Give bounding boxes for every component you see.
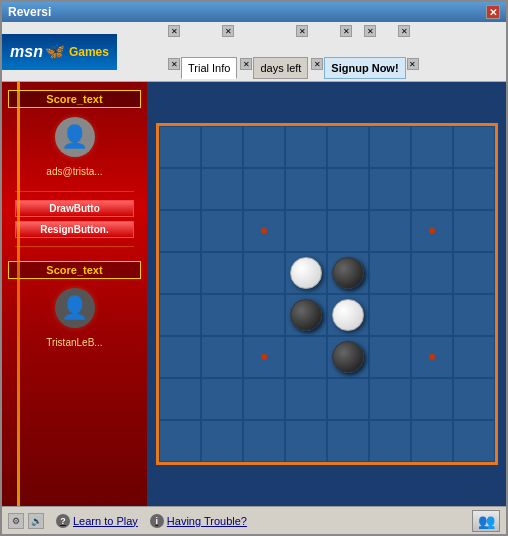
board-cell[interactable] xyxy=(327,210,369,252)
board-cell[interactable] xyxy=(243,210,285,252)
board-cell[interactable] xyxy=(159,378,201,420)
board-cell[interactable] xyxy=(369,126,411,168)
tab-close-b3[interactable]: ✕ xyxy=(311,58,323,70)
board-cell[interactable] xyxy=(159,126,201,168)
board-cell[interactable] xyxy=(285,210,327,252)
board-cell[interactable] xyxy=(159,252,201,294)
board-cell[interactable] xyxy=(243,336,285,378)
board-cell[interactable] xyxy=(201,294,243,336)
hint-dot xyxy=(429,228,435,234)
help-icon: ? xyxy=(56,514,70,528)
board-cell[interactable] xyxy=(411,168,453,210)
board-cell[interactable] xyxy=(159,294,201,336)
tab-close-b1[interactable]: ✕ xyxy=(168,58,180,70)
board-cell[interactable] xyxy=(369,294,411,336)
hint-dot xyxy=(429,354,435,360)
close-button[interactable]: ✕ xyxy=(486,5,500,19)
board-cell[interactable] xyxy=(285,420,327,462)
board-cell[interactable] xyxy=(201,168,243,210)
divider-2 xyxy=(15,246,135,247)
tab-close-5[interactable]: ✕ xyxy=(364,25,376,37)
player2-name: TristanLeB... xyxy=(46,337,102,348)
board-cell[interactable] xyxy=(453,420,495,462)
board-cell[interactable] xyxy=(201,252,243,294)
board-cell[interactable] xyxy=(453,168,495,210)
board-cell[interactable] xyxy=(243,420,285,462)
board-cell[interactable] xyxy=(369,420,411,462)
board-cell[interactable] xyxy=(159,420,201,462)
board-cell[interactable] xyxy=(159,210,201,252)
board-cell[interactable] xyxy=(285,126,327,168)
board-cell[interactable] xyxy=(453,378,495,420)
board-cell[interactable] xyxy=(285,378,327,420)
board-cell[interactable] xyxy=(453,126,495,168)
resign-button[interactable]: ResignButton. xyxy=(15,221,135,238)
board-cell[interactable] xyxy=(327,336,369,378)
board-cell[interactable] xyxy=(159,168,201,210)
board-cell[interactable] xyxy=(201,420,243,462)
black-piece xyxy=(332,257,364,289)
board-cell[interactable] xyxy=(201,126,243,168)
player1-avatar: 👤 xyxy=(50,112,100,162)
draw-button[interactable]: DrawButto xyxy=(15,200,135,217)
tab-close-4[interactable]: ✕ xyxy=(340,25,352,37)
board-cell[interactable] xyxy=(411,378,453,420)
days-left-tab[interactable]: days left xyxy=(253,57,308,79)
board-cell[interactable] xyxy=(327,252,369,294)
board-cell[interactable] xyxy=(327,126,369,168)
board-cell[interactable] xyxy=(411,252,453,294)
tab-close-2[interactable]: ✕ xyxy=(222,25,234,37)
board-cell[interactable] xyxy=(453,294,495,336)
board-cell[interactable] xyxy=(369,252,411,294)
board-cell[interactable] xyxy=(327,420,369,462)
board-cell[interactable] xyxy=(369,336,411,378)
board-cell[interactable] xyxy=(243,252,285,294)
board-cell[interactable] xyxy=(411,294,453,336)
hint-dot xyxy=(261,228,267,234)
board-cell[interactable] xyxy=(243,294,285,336)
board-cell[interactable] xyxy=(201,336,243,378)
games-text: Games xyxy=(69,45,109,59)
volume-icon[interactable]: 🔊 xyxy=(28,513,44,529)
status-bar: ⚙ 🔊 ? Learn to Play i Having Trouble? 👥 xyxy=(2,506,506,534)
having-trouble-link[interactable]: i Having Trouble? xyxy=(150,514,247,528)
board-cell[interactable] xyxy=(285,294,327,336)
board-cell[interactable] xyxy=(243,168,285,210)
board-cell[interactable] xyxy=(201,378,243,420)
board-cell[interactable] xyxy=(243,126,285,168)
board-cell[interactable] xyxy=(453,336,495,378)
tab-close-1[interactable]: ✕ xyxy=(168,25,180,37)
board-cell[interactable] xyxy=(327,294,369,336)
board-cell[interactable] xyxy=(411,126,453,168)
board-cell[interactable] xyxy=(285,252,327,294)
board-cell[interactable] xyxy=(243,378,285,420)
board-cell[interactable] xyxy=(201,210,243,252)
tab-close-b2[interactable]: ✕ xyxy=(240,58,252,70)
board-cell[interactable] xyxy=(411,336,453,378)
board-cell[interactable] xyxy=(411,420,453,462)
board-cell[interactable] xyxy=(453,252,495,294)
board-cell[interactable] xyxy=(369,378,411,420)
board-cell[interactable] xyxy=(285,336,327,378)
info-icon: i xyxy=(150,514,164,528)
board-cell[interactable] xyxy=(327,168,369,210)
board-cell[interactable] xyxy=(453,210,495,252)
signup-tab[interactable]: Signup Now! xyxy=(324,57,405,79)
board-cell[interactable] xyxy=(327,378,369,420)
settings-icon[interactable]: ⚙ xyxy=(8,513,24,529)
board-grid[interactable] xyxy=(159,126,495,462)
trial-info-tab[interactable]: Trial Info xyxy=(181,57,237,79)
title-bar: Reversi ✕ xyxy=(2,2,506,22)
board-cell[interactable] xyxy=(369,210,411,252)
board-cell[interactable] xyxy=(369,168,411,210)
people-button[interactable]: 👥 xyxy=(472,510,500,532)
butterfly-icon: 🦋 xyxy=(45,42,65,61)
board-cell[interactable] xyxy=(285,168,327,210)
board-cell[interactable] xyxy=(159,336,201,378)
tab-row-top: ✕ ✕ ✕ ✕ ✕ ✕ xyxy=(167,24,506,38)
board-cell[interactable] xyxy=(411,210,453,252)
tab-close-3[interactable]: ✕ xyxy=(296,25,308,37)
tab-close-6[interactable]: ✕ xyxy=(398,25,410,37)
tab-close-b4[interactable]: ✕ xyxy=(407,58,419,70)
learn-to-play-link[interactable]: ? Learn to Play xyxy=(56,514,138,528)
